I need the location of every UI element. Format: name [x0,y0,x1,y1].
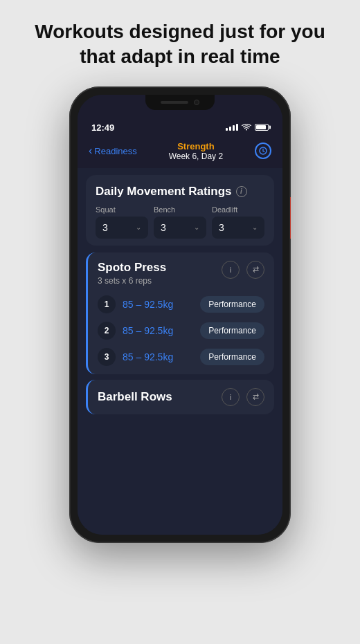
bench-label: Bench [154,205,206,214]
phone-screen: 12:49 [78,95,282,535]
phone-body: 12:49 [69,86,291,543]
camera-dot [194,100,199,105]
exercise-barbell-rows: Barbell Rows i ⇄ [86,380,274,414]
barbell-info-button[interactable]: i [222,388,240,406]
squat-chevron-icon: ⌄ [136,223,141,231]
status-icons [226,124,269,131]
deadlift-label: Deadlift [212,205,264,214]
performance-badge-3[interactable]: Performance [200,349,264,365]
exercise-title: Spoto Press [98,261,166,275]
nav-back-label: Readiness [94,146,136,156]
bench-value: 3 [161,222,166,233]
workout-type: Strength [169,141,223,151]
bench-select[interactable]: 3 ⌄ [154,217,206,239]
svg-point-0 [246,129,247,131]
nav-back-button[interactable]: ‹ Readiness [89,145,137,157]
status-bar: 12:49 [78,116,282,137]
ratings-section: Daily Movement Ratings i Squat 3 ⌄ [86,175,274,246]
squat-value: 3 [102,222,108,233]
back-arrow-icon: ‹ [89,145,92,157]
ratings-title-text: Daily Movement Ratings [96,185,232,199]
deadlift-chevron-icon: ⌄ [252,223,258,231]
set-row-1: 1 85 – 92.5kg Performance [88,291,274,318]
exercise-swap-button[interactable]: ⇄ [246,261,264,279]
set-number-2: 2 [98,322,116,340]
bench-chevron-icon: ⌄ [194,223,199,231]
set-weight-2: 85 – 92.5kg [123,325,193,336]
camera-pill [145,95,215,110]
squat-select[interactable]: 3 ⌄ [96,217,148,239]
nav-center: Strength Week 6, Day 2 [169,141,223,161]
deadlift-value: 3 [219,222,224,233]
set-weight-1: 85 – 92.5kg [123,299,193,310]
barbell-info-icon: i [230,393,231,401]
barbell-swap-button[interactable]: ⇄ [246,388,264,406]
exercise-header-icons: i ⇄ [222,261,264,279]
signal-icon [226,124,238,131]
deadlift-select[interactable]: 3 ⌄ [212,217,264,239]
phone-mockup: 12:49 [69,86,291,543]
barbell-title: Barbell Rows [98,390,172,404]
squat-col: Squat 3 ⌄ [96,205,148,239]
exercise-info-button[interactable]: i [222,261,240,279]
notch-area [78,95,282,116]
set-number-3: 3 [98,348,116,366]
battery-icon [255,124,269,131]
ratings-title: Daily Movement Ratings i [96,185,264,199]
performance-badge-1[interactable]: Performance [200,296,264,313]
exercise-info: Spoto Press 3 sets x 6 reps [98,261,166,286]
nav-bar: ‹ Readiness Strength Week 6, Day 2 [78,137,282,168]
set-number-1: 1 [98,295,116,313]
set-row-3: 3 85 – 92.5kg Performance [88,344,274,374]
barbell-icons: i ⇄ [222,388,264,406]
clock-icon [259,147,267,155]
headline-text: Workouts designed just for you that adap… [0,0,360,86]
svg-line-3 [263,151,264,152]
barbell-swap-icon: ⇄ [253,392,259,401]
performance-badge-2[interactable]: Performance [200,322,264,339]
squat-label: Squat [96,205,148,214]
bench-col: Bench 3 ⌄ [154,205,206,239]
ratings-info-icon[interactable]: i [236,186,247,197]
history-button[interactable] [255,142,271,159]
set-row-2: 2 85 – 92.5kg Performance [88,318,274,344]
wifi-icon [242,124,251,131]
deadlift-col: Deadlift 3 ⌄ [212,205,264,239]
speaker [161,101,188,104]
screen-content: Daily Movement Ratings i Squat 3 ⌄ [78,168,282,535]
set-weight-3: 85 – 92.5kg [123,351,193,362]
ratings-row: Squat 3 ⌄ Bench 3 ⌄ [96,205,264,239]
swap-icon: ⇄ [253,265,259,274]
info-icon: i [230,266,231,274]
exercise-spoto-press: Spoto Press 3 sets x 6 reps i ⇄ [86,252,274,374]
exercise-header: Spoto Press 3 sets x 6 reps i ⇄ [88,252,274,291]
status-time: 12:49 [91,122,114,133]
exercise-sets-reps: 3 sets x 6 reps [98,276,166,286]
workout-week: Week 6, Day 2 [169,151,223,161]
